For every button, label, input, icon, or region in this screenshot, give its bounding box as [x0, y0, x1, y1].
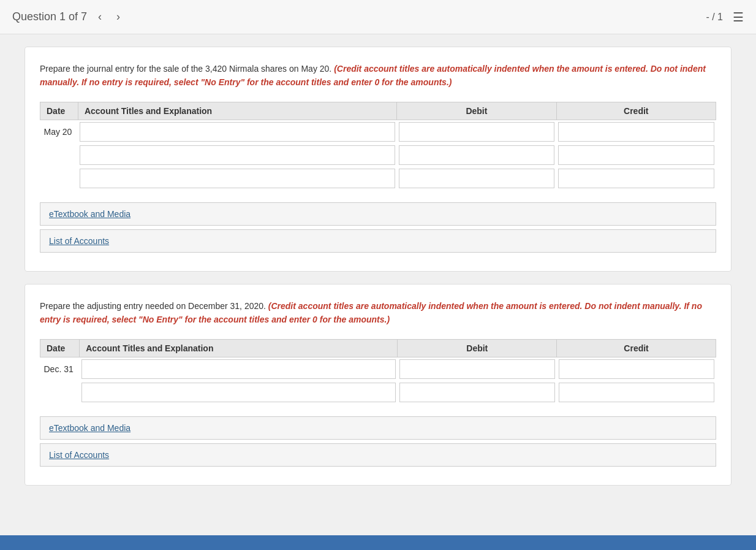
q2-etextbook-button[interactable]: eTextbook and Media: [40, 416, 716, 440]
q1-row3-account-cell: [78, 167, 396, 190]
q2-list-accounts-button[interactable]: List of Accounts: [40, 443, 716, 467]
q1-row2-credit-input[interactable]: [558, 145, 714, 165]
q1-table-header-row: Date Account Titles and Explanation Debi…: [40, 102, 716, 120]
q2-row1-debit-cell: [398, 357, 557, 381]
q2-row2-credit-cell: [557, 381, 716, 404]
q2-row2-date: [40, 381, 80, 404]
nav-left: Question 1 of 7 ‹ ›: [12, 9, 124, 25]
q2-row1-account-input[interactable]: [81, 359, 396, 379]
q1-header-credit: Credit: [556, 102, 716, 120]
q1-row2-credit-cell: [556, 143, 716, 167]
question-card-2: Prepare the adjusting entry needed on De…: [25, 284, 731, 486]
q1-row3-account-input[interactable]: [80, 169, 395, 188]
table-row: [40, 381, 716, 404]
bottom-status-bar: [0, 535, 756, 550]
q1-row3-debit-input[interactable]: [399, 169, 554, 188]
prev-question-button[interactable]: ‹: [94, 9, 105, 25]
q1-list-accounts-button[interactable]: List of Accounts: [40, 229, 716, 253]
table-row: [40, 143, 716, 167]
table-row: Dec. 31: [40, 357, 716, 381]
q1-row3-date: [40, 167, 78, 190]
table-row: [40, 167, 716, 190]
q1-row1-credit-input[interactable]: [558, 122, 714, 142]
nav-right: - / 1 ☰: [706, 10, 744, 25]
table-row: May 20: [40, 120, 716, 143]
question-1-text: Prepare the journal entry for the sale o…: [40, 62, 716, 90]
q1-etextbook-button[interactable]: eTextbook and Media: [40, 202, 716, 226]
q1-header-debit: Debit: [397, 102, 556, 120]
q2-row1-date: Dec. 31: [40, 357, 80, 381]
question-card-1: Prepare the journal entry for the sale o…: [25, 47, 731, 272]
q2-header-date: Date: [40, 339, 80, 357]
q1-row3-debit-cell: [397, 167, 556, 190]
q2-header-debit: Debit: [398, 339, 557, 357]
menu-icon[interactable]: ☰: [733, 10, 744, 25]
q2-header-credit: Credit: [557, 339, 716, 357]
q2-row2-credit-input[interactable]: [559, 383, 714, 402]
q1-row2-account-input[interactable]: [80, 145, 395, 165]
q2-table-header-row: Date Account Titles and Explanation Debi…: [40, 339, 716, 357]
q1-header-date: Date: [40, 102, 78, 120]
score-display: - / 1: [706, 12, 723, 23]
q1-row1-date: May 20: [40, 120, 78, 143]
q1-row1-debit-cell: [397, 120, 556, 143]
question-counter: Question 1 of 7: [12, 10, 87, 23]
q2-row2-account-cell: [80, 381, 398, 404]
q2-row1-debit-input[interactable]: [399, 359, 555, 379]
q1-journal-table: Date Account Titles and Explanation Debi…: [40, 102, 716, 190]
q1-row1-credit-cell: [556, 120, 716, 143]
q1-row2-debit-cell: [397, 143, 556, 167]
q1-row1-debit-input[interactable]: [399, 122, 554, 142]
q1-row3-credit-cell: [556, 167, 716, 190]
q1-row2-account-cell: [78, 143, 396, 167]
q2-row2-debit-cell: [398, 381, 557, 404]
q1-header-account: Account Titles and Explanation: [78, 102, 396, 120]
q2-row1-credit-cell: [557, 357, 716, 381]
q1-row2-date: [40, 143, 78, 167]
q1-row3-credit-input[interactable]: [558, 169, 714, 188]
main-content: Prepare the journal entry for the sale o…: [0, 34, 756, 550]
top-navigation-bar: Question 1 of 7 ‹ › - / 1 ☰: [0, 0, 756, 34]
question-2-text: Prepare the adjusting entry needed on De…: [40, 299, 716, 327]
q2-journal-table: Date Account Titles and Explanation Debi…: [40, 339, 716, 404]
q1-row1-account-input[interactable]: [80, 122, 395, 142]
q2-row1-account-cell: [80, 357, 398, 381]
next-question-button[interactable]: ›: [113, 9, 124, 25]
q2-row2-debit-input[interactable]: [399, 383, 555, 402]
q1-instruction-plain: Prepare the journal entry for the sale o…: [40, 64, 331, 74]
q2-header-account: Account Titles and Explanation: [80, 339, 398, 357]
q2-instruction-plain: Prepare the adjusting entry needed on De…: [40, 301, 266, 311]
q2-row1-credit-input[interactable]: [559, 359, 714, 379]
q1-row2-debit-input[interactable]: [399, 145, 554, 165]
q1-row1-account-cell: [78, 120, 396, 143]
q2-row2-account-input[interactable]: [81, 383, 396, 402]
